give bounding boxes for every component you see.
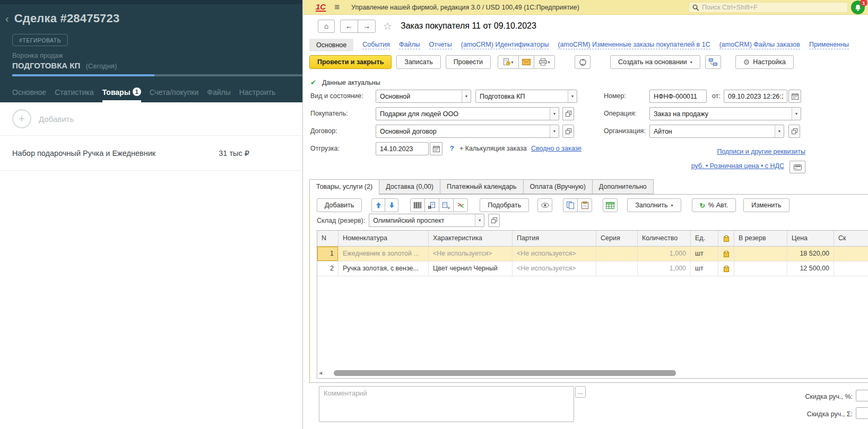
tag-button[interactable]: #ТЕГИРОВАТЬ xyxy=(12,34,68,46)
tab-invoices[interactable]: Счета/покупки xyxy=(150,85,199,102)
edit-button[interactable]: Изменить xyxy=(743,198,789,212)
cell-nomenclature[interactable]: Ежедневник в золотой ... xyxy=(338,247,429,261)
warehouse-combo[interactable]: Олимпийский проспект ▾ xyxy=(369,214,484,227)
tab-main-doc[interactable]: Основное xyxy=(309,39,353,51)
price-type-link[interactable]: руб. • Розничная цена • с НДС xyxy=(653,162,784,170)
forward-button[interactable]: → xyxy=(358,20,376,33)
cell-batch[interactable]: <Не используется> xyxy=(513,261,596,276)
tab-amocrm-order-files[interactable]: (amoCRM) Файлы заказов xyxy=(719,41,800,49)
tab-goods-services[interactable]: Товары, услуги (2) xyxy=(309,179,379,195)
scrollbar-thumb[interactable] xyxy=(334,370,676,376)
settings-button[interactable]: ⚙ Настройка xyxy=(735,55,794,69)
paste-rows-button[interactable] xyxy=(577,198,592,212)
scroll-left-icon[interactable]: ◀ xyxy=(319,371,322,375)
cell-series[interactable] xyxy=(596,247,638,261)
discussions-button[interactable] xyxy=(575,55,591,69)
col-nomenclature[interactable]: Номенклатура xyxy=(338,231,429,247)
warehouse-open-button[interactable] xyxy=(488,214,500,227)
col-series[interactable]: Серия xyxy=(596,231,638,247)
contract-combo[interactable]: Основной договор ▾ xyxy=(376,125,559,138)
col-batch[interactable]: Партия xyxy=(513,231,596,247)
col-discount[interactable]: Ск xyxy=(834,231,868,247)
cell-n[interactable]: 2 xyxy=(317,261,338,276)
signatures-link[interactable]: Подписи и другие реквизиты xyxy=(674,148,805,155)
date-input[interactable] xyxy=(724,90,787,103)
cell-price[interactable]: 18 520,00 xyxy=(787,247,834,261)
kind-select[interactable]: Основной ▾ xyxy=(376,90,471,103)
global-search[interactable] xyxy=(689,2,848,13)
create-based-on-button[interactable]: Создать на основании ▾ xyxy=(610,55,700,69)
favorite-star-icon[interactable]: ☆ xyxy=(383,20,392,32)
add-product-row[interactable]: + Добавить xyxy=(0,102,302,135)
help-icon[interactable]: ? xyxy=(450,142,454,155)
notifications-button[interactable]: 1 xyxy=(851,1,865,15)
post-and-close-button[interactable]: Провести и закрыть xyxy=(309,55,392,69)
stage-name[interactable]: ПОДГОТОВКА КП xyxy=(12,61,80,70)
load-from-scanner-button[interactable] xyxy=(424,198,439,212)
chevron-down-icon[interactable]: ▾ xyxy=(792,108,801,120)
price-settings-button[interactable] xyxy=(789,161,805,173)
cell-quantity[interactable]: 1,000 xyxy=(638,247,691,261)
col-price[interactable]: Цена xyxy=(787,231,834,247)
col-n[interactable]: N xyxy=(317,231,338,247)
tab-payment-calendar[interactable]: Платежный календарь xyxy=(440,179,524,194)
col-unit[interactable]: Ед. xyxy=(691,231,718,247)
tab-amocrm-ids[interactable]: (amoCRM) Идентификаторы xyxy=(461,41,549,49)
cell-reserve-marker[interactable] xyxy=(718,247,734,261)
cell-nomenclature[interactable]: Ручка золотая, с вензе... xyxy=(338,261,429,276)
1c-logo[interactable]: 1С xyxy=(316,3,326,12)
calendar-button[interactable] xyxy=(788,90,801,103)
print-button[interactable]: ▾ xyxy=(534,55,555,69)
col-characteristic[interactable]: Характеристика xyxy=(429,231,513,247)
table-row[interactable]: 2 Ручка золотая, с вензе... Цвет чернил … xyxy=(317,261,868,276)
cell-unit[interactable]: шт xyxy=(691,247,718,261)
search-input[interactable] xyxy=(702,4,844,11)
table-row[interactable]: 1 Ежедневник в золотой ... <Не используе… xyxy=(317,247,868,261)
post-button[interactable]: Провести xyxy=(446,55,491,69)
pick-items-button[interactable]: Подобрать xyxy=(480,198,529,212)
operation-select[interactable]: Заказ на продажу ▾ xyxy=(649,107,801,120)
state-select[interactable]: Подготовка КП ▾ xyxy=(475,90,577,103)
export-to-scanner-button[interactable] xyxy=(439,198,454,212)
chevron-down-icon[interactable]: ▾ xyxy=(568,90,577,102)
cell-series[interactable] xyxy=(596,261,638,276)
comment-textarea[interactable] xyxy=(319,386,574,422)
chevron-down-icon[interactable]: ▾ xyxy=(475,214,484,226)
save-button[interactable]: Записать xyxy=(396,55,440,69)
order-summary-link[interactable]: Сводно о заказе xyxy=(531,145,581,152)
cell-in-reserve[interactable] xyxy=(734,261,787,276)
cell-batch[interactable]: <Не используется> xyxy=(513,247,596,261)
send-email-button[interactable] xyxy=(518,55,534,69)
product-list-item[interactable]: Набор подарочный Ручка и Ежедневник 31 т… xyxy=(0,135,302,171)
chevron-down-icon[interactable]: ▾ xyxy=(462,90,471,102)
back-button[interactable]: ← xyxy=(340,20,358,33)
move-up-button[interactable] xyxy=(371,198,385,212)
add-row-button[interactable]: Добавить xyxy=(317,198,362,212)
organization-open-button[interactable] xyxy=(788,125,800,138)
tab-events[interactable]: События xyxy=(362,41,390,49)
comment-more-button[interactable]: ... xyxy=(575,386,586,398)
tab-main[interactable]: Основное xyxy=(12,85,46,102)
tab-payment[interactable]: Оплата (Вручную) xyxy=(523,179,593,194)
buyer-open-button[interactable] xyxy=(562,107,574,120)
cell-discount[interactable] xyxy=(834,261,868,276)
cell-n[interactable]: 1 xyxy=(317,247,338,261)
back-icon[interactable]: ‹ xyxy=(5,13,9,25)
cell-reserve-marker[interactable] xyxy=(718,261,734,276)
manual-discount-sum-input[interactable] xyxy=(856,407,868,419)
cell-in-reserve[interactable] xyxy=(734,247,787,261)
fill-button[interactable]: Заполнить ▾ xyxy=(627,198,681,212)
order-calculation-toggle[interactable]: + Калькуляция заказа xyxy=(459,142,527,155)
tab-files-doc[interactable]: Файлы xyxy=(399,41,420,49)
number-input[interactable] xyxy=(649,90,707,103)
cell-price[interactable]: 12 500,00 xyxy=(787,261,834,276)
plus-circle-icon[interactable]: + xyxy=(12,109,31,128)
contract-open-button[interactable] xyxy=(562,125,574,138)
chevron-down-icon[interactable]: ▾ xyxy=(775,125,784,137)
move-down-button[interactable] xyxy=(385,198,398,212)
horizontal-scrollbar[interactable]: ◀ xyxy=(319,370,867,376)
tab-files[interactable]: Файлы xyxy=(207,85,230,102)
cell-unit[interactable]: шт xyxy=(691,261,718,276)
cell-discount[interactable] xyxy=(834,247,868,261)
home-button[interactable]: ⌂ xyxy=(318,20,335,33)
